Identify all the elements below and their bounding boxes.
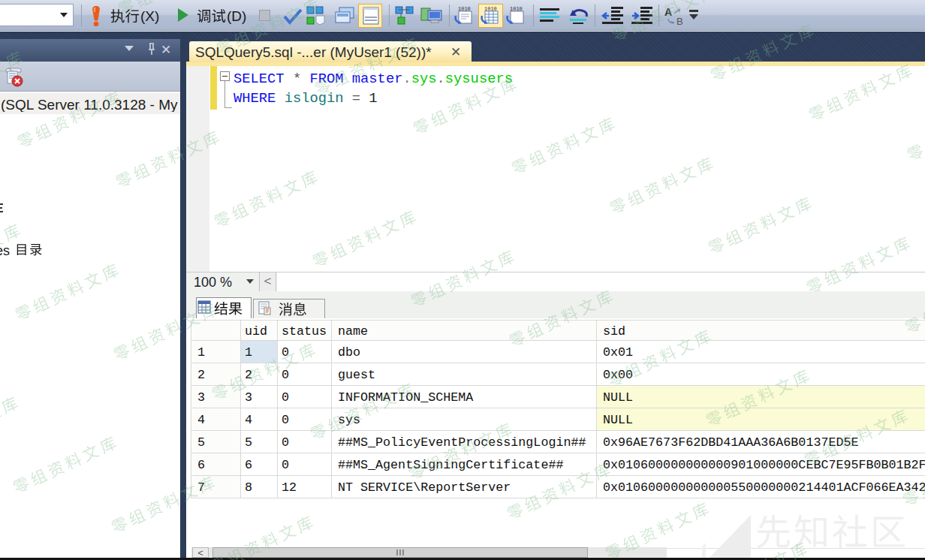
svg-text:B: B [676,16,683,26]
svg-text:A: A [664,6,672,18]
